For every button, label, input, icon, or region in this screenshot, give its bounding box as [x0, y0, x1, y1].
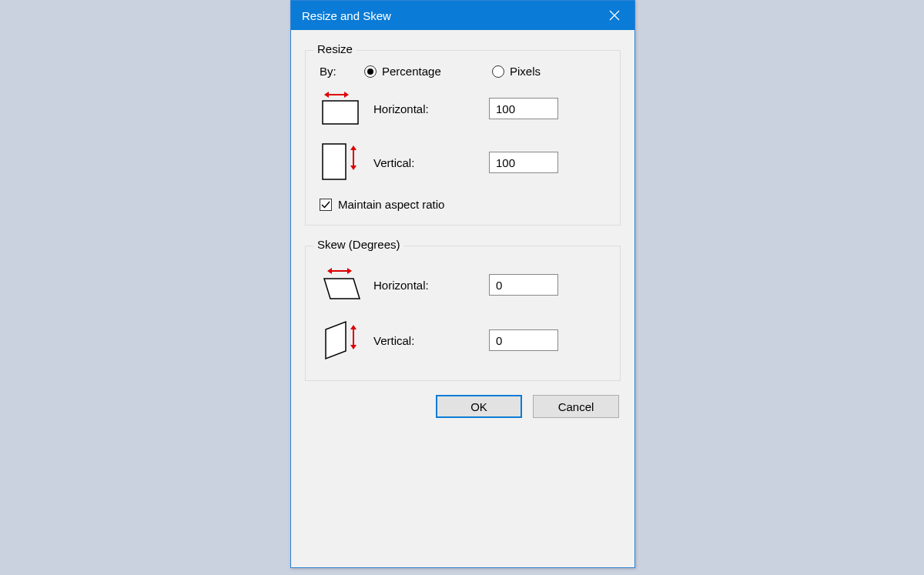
- skew-horizontal-icon: [320, 265, 373, 305]
- resize-by-row: By: Percentage Pixels: [320, 65, 606, 78]
- resize-horizontal-input[interactable]: [489, 98, 558, 119]
- skew-vertical-row: Vertical:: [320, 319, 606, 362]
- svg-marker-4: [324, 92, 329, 98]
- svg-marker-5: [344, 92, 349, 98]
- maintain-aspect-row[interactable]: Maintain aspect ratio: [320, 198, 606, 211]
- close-button[interactable]: [594, 1, 634, 30]
- dialog-title: Resize and Skew: [302, 9, 391, 22]
- svg-rect-2: [323, 101, 358, 124]
- pixels-radio-label: Pixels: [510, 65, 541, 78]
- dialog-content: Resize By: Percentage Pixels: [291, 30, 634, 432]
- svg-marker-14: [326, 322, 346, 359]
- resize-group: Resize By: Percentage Pixels: [305, 50, 621, 226]
- cancel-button[interactable]: Cancel: [533, 395, 619, 418]
- skew-horizontal-row: Horizontal:: [320, 265, 606, 305]
- resize-group-label: Resize: [313, 42, 357, 55]
- radio-selected-icon: [364, 65, 377, 78]
- ok-button[interactable]: OK: [436, 395, 522, 418]
- resize-skew-dialog: Resize and Skew Resize By: Percentage Pi…: [290, 0, 635, 568]
- skew-horizontal-input[interactable]: [489, 274, 558, 296]
- percentage-radio[interactable]: Percentage: [364, 65, 478, 78]
- resize-horizontal-row: Horizontal:: [320, 90, 606, 127]
- svg-marker-12: [327, 268, 332, 274]
- pixels-radio[interactable]: Pixels: [492, 65, 606, 78]
- svg-marker-8: [350, 145, 357, 150]
- skew-horizontal-label: Horizontal:: [373, 279, 489, 292]
- skew-vertical-icon: [320, 319, 373, 362]
- svg-marker-13: [347, 268, 352, 274]
- svg-marker-16: [350, 325, 357, 329]
- skew-group: Skew (Degrees) Horizontal:: [305, 246, 621, 381]
- resize-vertical-input[interactable]: [489, 152, 558, 173]
- close-icon: [609, 10, 620, 21]
- svg-marker-9: [350, 165, 357, 170]
- radio-unselected-icon: [492, 65, 504, 78]
- resize-vertical-icon: [320, 141, 373, 184]
- button-row: OK Cancel: [305, 395, 621, 418]
- skew-vertical-input[interactable]: [489, 329, 558, 351]
- svg-marker-17: [350, 345, 357, 349]
- maintain-aspect-label: Maintain aspect ratio: [338, 198, 444, 211]
- checkbox-checked-icon: [320, 199, 332, 211]
- resize-vertical-label: Vertical:: [373, 156, 489, 169]
- svg-marker-10: [324, 279, 360, 299]
- skew-vertical-label: Vertical:: [373, 334, 489, 347]
- percentage-radio-label: Percentage: [382, 65, 441, 78]
- resize-vertical-row: Vertical:: [320, 141, 606, 184]
- resize-horizontal-label: Horizontal:: [373, 102, 489, 115]
- titlebar: Resize and Skew: [291, 1, 634, 30]
- by-label: By:: [320, 65, 350, 78]
- skew-group-label: Skew (Degrees): [313, 238, 404, 251]
- svg-rect-6: [323, 144, 346, 179]
- resize-horizontal-icon: [320, 90, 373, 127]
